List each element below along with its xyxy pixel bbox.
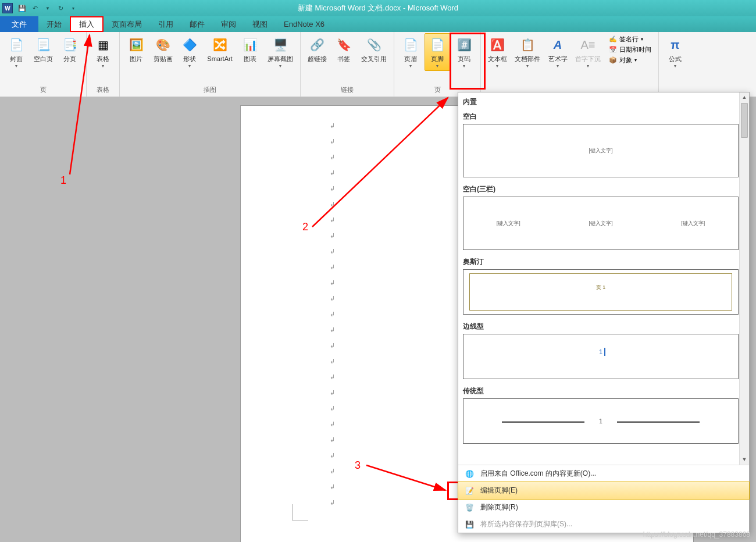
tab-layout[interactable]: 页面布局: [104, 16, 150, 32]
tab-endnote[interactable]: EndNote X6: [276, 16, 333, 32]
textbox-icon: 🅰️: [488, 35, 507, 54]
office-update-icon: 🌐: [464, 469, 475, 479]
group-label-pages: 页: [3, 84, 83, 97]
gallery-scrollbar[interactable]: ▲ ▼: [739, 92, 749, 465]
smartart-icon: 🔀: [211, 35, 229, 54]
shapes-button[interactable]: 🔷形状▾: [177, 33, 202, 71]
screenshot-icon: 🖥️: [271, 35, 290, 54]
group-label-links: 链接: [304, 84, 390, 97]
title-bar: W 💾 ↶ ▼ ↻ ▾ 新建 Microsoft Word 文档.docx - …: [0, 0, 756, 16]
crossref-button[interactable]: 📎交叉引用: [358, 33, 390, 65]
smartart-button[interactable]: 🔀SmartArt: [204, 33, 236, 65]
wordart-button[interactable]: A艺术字▾: [545, 33, 570, 71]
undo-icon[interactable]: ↶: [30, 3, 40, 13]
picture-icon: 🖼️: [127, 35, 145, 54]
group-symbols: π公式▾: [659, 32, 691, 97]
group-label-illustrations: 插图: [123, 84, 297, 97]
dropcap-button[interactable]: A≡首字下沉▾: [572, 33, 604, 71]
remove-footer-icon: 🗑️: [464, 503, 475, 512]
equation-button[interactable]: π公式▾: [662, 33, 688, 71]
object-icon: 📦: [609, 56, 617, 65]
wordart-icon: A: [548, 35, 567, 54]
equation-icon: π: [666, 35, 684, 54]
chart-button[interactable]: 📊图表: [237, 33, 263, 65]
tab-view[interactable]: 视图: [244, 16, 276, 32]
signature-icon: ✍️: [609, 35, 617, 44]
gallery-item-blank[interactable]: [键入文字]: [463, 124, 739, 177]
quick-access-toolbar: 💾 ↶ ▼ ↻ ▾: [17, 3, 78, 13]
group-links: 🔗超链接 🔖书签 📎交叉引用 链接: [301, 32, 394, 97]
table-button[interactable]: ▦表格▾: [90, 33, 116, 71]
screenshot-button[interactable]: 🖥️屏幕截图▾: [264, 33, 297, 71]
textbox-button[interactable]: 🅰️文本框▾: [484, 33, 510, 71]
scrollbar-thumb[interactable]: [741, 103, 748, 138]
gallery-item-border[interactable]: 1: [463, 334, 739, 379]
picture-button[interactable]: 🖼️图片: [123, 33, 149, 65]
gallery-item-name-blank: 空白: [463, 108, 739, 124]
header-button[interactable]: 📄页眉▾: [398, 33, 423, 71]
dropcap-icon: A≡: [579, 35, 597, 54]
gallery-menu-remove-footer[interactable]: 🗑️ 删除页脚(R): [458, 499, 749, 516]
tab-references[interactable]: 引用: [150, 16, 181, 32]
shapes-icon: 🔷: [180, 35, 199, 54]
gallery-menu-edit-footer[interactable]: 📝 编辑页脚(E): [458, 482, 750, 500]
object-button[interactable]: 📦对象 ▾: [608, 55, 652, 65]
datetime-icon: 📅: [609, 46, 617, 54]
group-tables: ▦表格▾ 表格: [87, 32, 120, 97]
group-illustrations: 🖼️图片 🎨剪贴画 🔷形状▾ 🔀SmartArt 📊图表 🖥️屏幕截图▾ 插图: [120, 32, 301, 97]
bookmark-icon: 🔖: [334, 35, 353, 54]
save-footer-icon: 💾: [464, 520, 475, 529]
clipart-button[interactable]: 🎨剪贴画: [150, 33, 176, 65]
table-icon: ▦: [94, 35, 112, 54]
datetime-button[interactable]: 📅日期和时间: [608, 45, 652, 55]
group-headerfooter: 📄页眉▾ 📄页脚▾ #️⃣页码▾ 页: [394, 32, 481, 97]
dropdown-icon[interactable]: ▼: [43, 3, 52, 13]
hyperlink-button[interactable]: 🔗超链接: [304, 33, 330, 65]
ribbon: 📄封面▾ 📃空白页 📑分页 页 ▦表格▾ 表格 🖼️图片 🎨剪贴画 🔷形状▾ 🔀…: [0, 32, 756, 97]
gallery-menu: 🌐 启用来自 Office.com 的内容更新(O)... 📝 编辑页脚(E) …: [458, 465, 749, 533]
header-icon: 📄: [401, 35, 420, 54]
gallery-item-blank3[interactable]: [键入文字] [键入文字] [键入文字]: [463, 197, 739, 250]
tab-file[interactable]: 文件: [0, 16, 38, 32]
ribbon-tabs: 文件 开始 插入 页面布局 引用 邮件 审阅 视图 EndNote X6: [0, 16, 756, 32]
quickparts-icon: 📋: [518, 35, 537, 54]
watermark: https://blog.csdn.net/qq_37883868: [643, 530, 750, 539]
gallery-item-name-austin: 奥斯汀: [463, 254, 739, 269]
footer-button[interactable]: 📄页脚▾: [425, 33, 450, 71]
gallery-item-traditional[interactable]: 1: [463, 398, 739, 444]
cover-page-button[interactable]: 📄封面▾: [3, 33, 29, 71]
group-pages: 📄封面▾ 📃空白页 📑分页 页: [0, 32, 87, 97]
window-title: 新建 Microsoft Word 文档.docx - Microsoft Wo…: [298, 3, 458, 13]
gallery-category: 内置: [463, 95, 739, 108]
gallery-menu-office[interactable]: 🌐 启用来自 Office.com 的内容更新(O)...: [458, 465, 749, 482]
hyperlink-icon: 🔗: [308, 35, 326, 54]
group-text: 🅰️文本框▾ 📋文档部件▾ A艺术字▾ A≡首字下沉▾ ✍️签名行 ▾ 📅日期和…: [481, 32, 659, 97]
tab-home[interactable]: 开始: [38, 16, 70, 32]
save-icon[interactable]: 💾: [17, 3, 27, 13]
app-icon: W: [2, 3, 13, 13]
scroll-up-icon[interactable]: ▲: [740, 92, 749, 102]
tab-review[interactable]: 审阅: [213, 16, 244, 32]
blank-page-icon: 📃: [34, 35, 52, 54]
crossref-icon: 📎: [365, 35, 383, 54]
blank-page-button[interactable]: 📃空白页: [30, 33, 56, 65]
gallery-scroll-area: 内置 空白 [键入文字] 空白(三栏) [键入文字] [键入文字] [键入文字]…: [458, 92, 749, 465]
gallery-item-austin[interactable]: 页 1: [463, 269, 739, 315]
gallery-item-name-blank3: 空白(三栏): [463, 181, 739, 197]
clipart-icon: 🎨: [154, 35, 172, 54]
tab-insert[interactable]: 插入: [70, 16, 104, 32]
cover-page-icon: 📄: [7, 35, 26, 54]
gallery-item-name-traditional: 传统型: [463, 383, 739, 398]
bookmark-button[interactable]: 🔖书签: [331, 33, 356, 65]
pagenum-button[interactable]: #️⃣页码▾: [451, 33, 477, 71]
signature-button[interactable]: ✍️签名行 ▾: [608, 34, 652, 44]
qat-more-icon[interactable]: ▾: [69, 3, 78, 13]
redo-icon[interactable]: ↻: [56, 3, 65, 13]
page-break-button[interactable]: 📑分页: [57, 33, 83, 65]
quickparts-button[interactable]: 📋文档部件▾: [511, 33, 544, 71]
tab-mailings[interactable]: 邮件: [181, 16, 213, 32]
page-break-icon: 📑: [60, 35, 79, 54]
gallery-item-name-border: 边线型: [463, 318, 739, 334]
scroll-down-icon[interactable]: ▼: [740, 455, 749, 465]
edit-footer-icon: 📝: [464, 486, 475, 495]
